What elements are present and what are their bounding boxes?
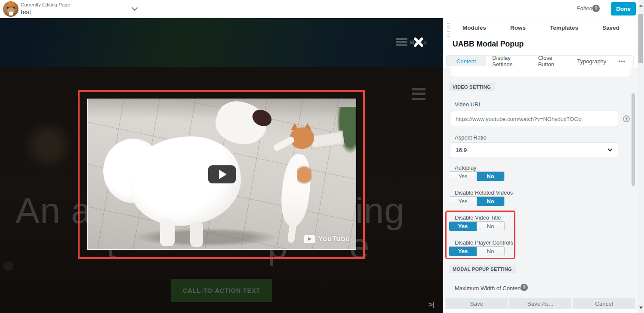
tab-display-settings[interactable]: Display Settings xyxy=(486,56,532,67)
tab-content[interactable]: Content xyxy=(447,56,486,67)
more-tabs-icon[interactable]: ••• xyxy=(612,56,633,67)
chevron-down-icon xyxy=(607,146,612,151)
tab-saved[interactable]: Saved xyxy=(602,25,619,31)
disable-video-title-label: Disable Video Title xyxy=(455,214,501,221)
help-icon[interactable]: ? xyxy=(521,284,528,291)
settings-panel: Modules Rows Templates Saved UABB Modal … xyxy=(443,18,638,313)
tab-close-button[interactable]: Close Button xyxy=(532,56,571,67)
hero-header-background xyxy=(0,18,443,67)
youtube-watermark: YouTube xyxy=(304,235,350,243)
cancel-button[interactable]: Cancel xyxy=(573,298,635,310)
disable-player-controls-yes[interactable]: Yes xyxy=(449,247,477,256)
module-settings-title: UABB Modal Popup xyxy=(453,40,524,49)
scroll-down-icon[interactable] xyxy=(639,307,643,309)
tab-templates[interactable]: Templates xyxy=(550,25,578,31)
save-as-button[interactable]: Save As... xyxy=(509,298,571,310)
panel-nav-tabs: Modules Rows Templates Saved xyxy=(462,25,619,31)
save-button[interactable]: Save xyxy=(446,298,508,310)
help-icon[interactable]: ? xyxy=(592,5,600,12)
youtube-label: YouTube xyxy=(318,235,350,243)
aspect-ratio-value: 16:9 xyxy=(456,147,467,153)
disable-player-controls-toggle: Yes No xyxy=(449,247,504,256)
top-bar: Currently Editing Page test Edited ? Don… xyxy=(0,0,638,18)
tab-rows[interactable]: Rows xyxy=(510,25,526,31)
youtube-logo-icon xyxy=(304,235,315,243)
scrolled-field-partial[interactable] xyxy=(451,66,631,77)
page-name[interactable]: test xyxy=(21,8,31,15)
beaver-builder-logo[interactable] xyxy=(3,1,18,17)
beaver-teeth xyxy=(9,12,13,15)
disable-related-videos-yes[interactable]: Yes xyxy=(449,197,477,206)
panel-scrollbar-thumb[interactable] xyxy=(632,93,635,186)
video-url-input[interactable] xyxy=(451,111,618,127)
autoplay-label: Autoplay xyxy=(455,164,477,171)
call-to-action-button[interactable]: CALL-TO-ACTION TEXT xyxy=(171,279,272,302)
page-preview: Menu An a ding t p e xyxy=(0,18,443,313)
page-scrollbar[interactable] xyxy=(638,0,644,313)
edited-status: Edited xyxy=(576,5,592,12)
autoplay-yes[interactable]: Yes xyxy=(449,172,477,181)
beaver-hat xyxy=(7,2,15,6)
section-header-modal-popup-setting: MODAL POPUP SETTING xyxy=(449,265,516,273)
hamburger-menu-icon[interactable] xyxy=(412,88,425,100)
disable-player-controls-label: Disable Player Controls xyxy=(455,239,513,246)
tab-modules[interactable]: Modules xyxy=(462,25,486,31)
disable-video-title-no[interactable]: No xyxy=(477,222,504,231)
scroll-up-icon[interactable] xyxy=(639,4,643,7)
chevron-down-icon[interactable] xyxy=(132,5,138,11)
selection-highlight-video-module[interactable]: YouTube xyxy=(78,90,365,259)
autoplay-no[interactable]: No xyxy=(477,172,504,181)
tab-typography[interactable]: Typography xyxy=(571,56,612,67)
settings-tab-bar: Content Display Settings Close Button Ty… xyxy=(446,55,634,67)
section-header-video-setting: VIDEO SETTING xyxy=(449,83,495,91)
video-player-frame: YouTube xyxy=(87,99,356,250)
disable-related-videos-label: Disable Related Videos xyxy=(455,189,513,196)
add-link-icon[interactable] xyxy=(623,115,630,122)
hamburger-menu-icon[interactable] xyxy=(396,38,407,46)
aspect-ratio-select[interactable]: 16:9 xyxy=(451,143,618,158)
autoplay-toggle: Yes No xyxy=(449,172,504,181)
wood-texture-knot xyxy=(24,121,73,170)
panel-collapse-icon[interactable]: >| xyxy=(428,301,434,309)
divider xyxy=(147,0,147,18)
video-thumbnail-art: YouTube xyxy=(88,99,356,249)
disable-video-title-yes[interactable]: Yes xyxy=(449,222,477,231)
disable-related-videos-toggle: Yes No xyxy=(449,197,504,206)
drag-handle[interactable] xyxy=(447,23,450,37)
disable-related-videos-no[interactable]: No xyxy=(477,197,504,206)
video-url-label: Video URL xyxy=(455,101,482,108)
disable-video-title-toggle: Yes No xyxy=(449,222,504,231)
done-button[interactable]: Done xyxy=(611,2,636,15)
panel-header: Modules Rows Templates Saved UABB Modal … xyxy=(443,18,638,68)
footer-strip xyxy=(443,309,638,313)
play-button[interactable] xyxy=(208,165,236,183)
max-width-label: Maximum Width of Content xyxy=(455,285,522,291)
currently-editing-label: Currently Editing Page xyxy=(21,2,70,7)
disable-player-controls-no[interactable]: No xyxy=(477,247,504,256)
modal-close-icon[interactable] xyxy=(412,36,425,49)
aspect-ratio-label: Aspect Ratio xyxy=(455,134,487,141)
scrollbar-thumb[interactable] xyxy=(638,14,643,63)
decorative-circle-icon xyxy=(3,261,13,271)
